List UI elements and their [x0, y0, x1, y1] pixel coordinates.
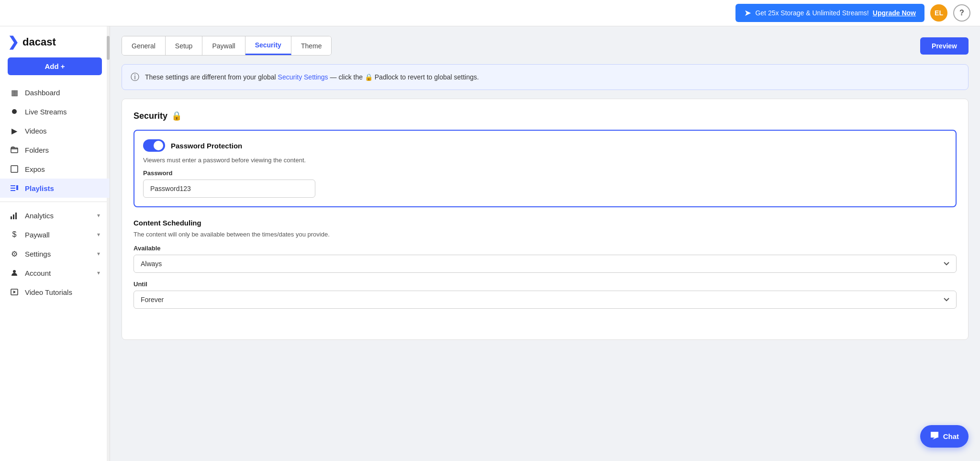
scheduling-description: The content will only be available betwe…	[134, 231, 957, 238]
password-field-label: Password	[143, 169, 947, 177]
svg-rect-7	[11, 216, 12, 219]
sidebar-item-playlists[interactable]: Playlists	[0, 179, 110, 198]
toggle-label: Password Protection	[171, 142, 242, 150]
tab-security[interactable]: Security	[245, 36, 291, 55]
sidebar: ❯ dacast Add + ▦ Dashboard Live Streams …	[0, 26, 110, 461]
upgrade-text: Get 25x Storage & Unlimited Streams!	[755, 9, 869, 17]
chat-fab-icon	[930, 431, 939, 442]
info-banner: ⓘ These settings are different from your…	[122, 64, 969, 90]
available-select[interactable]: Always Custom	[134, 255, 957, 273]
video-tutorials-icon	[10, 287, 19, 297]
tab-setup[interactable]: Setup	[166, 36, 203, 55]
preview-button[interactable]: Preview	[920, 37, 969, 55]
upgrade-link[interactable]: Upgrade Now	[873, 9, 916, 17]
playlists-icon	[10, 183, 19, 193]
toggle-row: Password Protection	[143, 139, 947, 152]
svg-point-0	[12, 109, 17, 114]
until-label: Until	[134, 281, 957, 288]
main-content: General Setup Paywall Security Theme Pre…	[110, 26, 980, 461]
svg-rect-8	[13, 214, 14, 219]
padlock-icon: 🔒	[365, 73, 375, 81]
sidebar-item-label: Video Tutorials	[25, 288, 72, 296]
chat-fab-button[interactable]: Chat	[920, 425, 969, 448]
sidebar-item-label: Analytics	[25, 212, 54, 220]
analytics-icon	[10, 211, 19, 220]
top-banner: ➤ Get 25x Storage & Unlimited Streams! U…	[0, 0, 980, 26]
info-icon: ⓘ	[131, 71, 139, 83]
security-section-card: Security 🔒 Password Protection Viewers m…	[122, 99, 969, 340]
sidebar-item-folders[interactable]: Folders	[0, 140, 110, 159]
svg-rect-5	[11, 190, 15, 191]
settings-icon: ⚙	[10, 249, 19, 259]
tabs-row: General Setup Paywall Security Theme Pre…	[122, 36, 969, 56]
sidebar-item-expos[interactable]: Expos	[0, 159, 110, 179]
security-settings-link[interactable]: Security Settings	[278, 73, 328, 81]
svg-point-10	[13, 270, 16, 273]
logo-icon: ❯	[8, 34, 19, 50]
password-protection-box: Password Protection Viewers must enter a…	[134, 130, 957, 207]
sidebar-item-video-tutorials[interactable]: Video Tutorials	[0, 282, 110, 302]
sidebar-item-videos[interactable]: ▶ Videos	[0, 121, 110, 140]
videos-icon: ▶	[10, 126, 19, 135]
help-icon[interactable]: ?	[953, 4, 970, 22]
sidebar-item-label: Paywall	[25, 231, 50, 239]
sidebar-item-label: Expos	[25, 165, 45, 173]
tab-paywall[interactable]: Paywall	[202, 36, 245, 55]
account-icon	[10, 268, 19, 278]
paywall-chevron-icon: ▾	[97, 231, 100, 238]
sidebar-item-account[interactable]: Account ▾	[0, 263, 110, 282]
svg-rect-9	[15, 213, 17, 219]
info-text: These settings are different from your g…	[145, 73, 479, 81]
until-select[interactable]: Forever Custom	[134, 291, 957, 309]
scheduling-title: Content Scheduling	[134, 219, 957, 227]
upgrade-arrow-icon: ➤	[744, 8, 751, 18]
tab-general[interactable]: General	[122, 36, 166, 55]
chat-fab-label: Chat	[943, 432, 959, 440]
sidebar-item-label: Playlists	[25, 184, 54, 192]
upgrade-button[interactable]: ➤ Get 25x Storage & Unlimited Streams! U…	[735, 4, 924, 22]
account-chevron-icon: ▾	[97, 270, 100, 276]
live-streams-icon	[10, 107, 19, 116]
sidebar-item-label: Folders	[25, 146, 49, 154]
sidebar-item-label: Dashboard	[25, 89, 60, 97]
sidebar-item-settings[interactable]: ⚙ Settings ▾	[0, 244, 110, 263]
svg-rect-2	[11, 166, 18, 172]
svg-rect-3	[11, 185, 15, 186]
available-label: Available	[134, 245, 957, 252]
password-input[interactable]	[143, 180, 315, 198]
folders-icon	[10, 145, 19, 155]
main-layout: ❯ dacast Add + ▦ Dashboard Live Streams …	[0, 26, 980, 461]
sidebar-item-label: Live Streams	[25, 108, 67, 116]
sidebar-divider	[0, 202, 110, 202]
protection-description: Viewers must enter a password before vie…	[143, 157, 947, 164]
dashboard-icon: ▦	[10, 88, 19, 97]
tab-theme[interactable]: Theme	[291, 36, 332, 55]
sidebar-item-label: Settings	[25, 250, 51, 258]
sidebar-item-paywall[interactable]: $ Paywall ▾	[0, 225, 110, 244]
password-protection-toggle[interactable]	[143, 139, 165, 152]
sidebar-logo: ❯ dacast	[0, 34, 110, 57]
section-title: Security 🔒	[134, 111, 957, 121]
sidebar-item-analytics[interactable]: Analytics ▾	[0, 206, 110, 225]
expos-icon	[10, 164, 19, 174]
svg-rect-4	[11, 188, 15, 189]
logo-text: dacast	[22, 36, 56, 48]
settings-chevron-icon: ▾	[97, 250, 100, 257]
sidebar-item-label: Videos	[25, 127, 47, 135]
section-lock-icon: 🔒	[171, 111, 182, 121]
avatar[interactable]: EL	[930, 4, 947, 22]
sidebar-item-label: Account	[25, 269, 51, 277]
tabs: General Setup Paywall Security Theme	[122, 36, 332, 56]
paywall-icon: $	[10, 230, 19, 239]
analytics-chevron-icon: ▾	[97, 212, 100, 219]
sidebar-item-dashboard[interactable]: ▦ Dashboard	[0, 83, 110, 102]
svg-rect-6	[16, 185, 18, 190]
content-scheduling-section: Content Scheduling The content will only…	[134, 219, 957, 316]
svg-marker-12	[13, 291, 16, 293]
sidebar-item-live-streams[interactable]: Live Streams	[0, 102, 110, 121]
add-button[interactable]: Add +	[8, 57, 102, 75]
